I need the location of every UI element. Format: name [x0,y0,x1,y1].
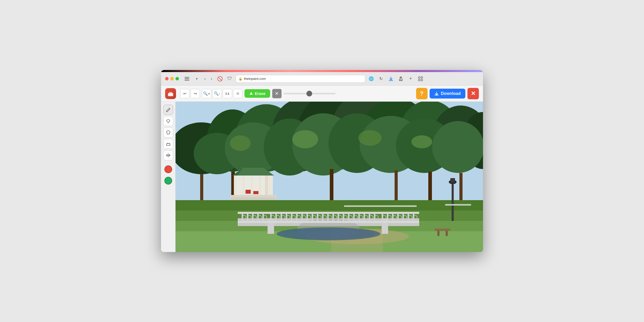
erase-button[interactable]: Erase [244,89,270,98]
lock-icon: 🔒 [239,77,242,81]
svg-rect-138 [344,205,417,207]
close-window-button[interactable] [165,77,169,80]
close-button[interactable]: ✕ [467,88,479,99]
svg-rect-59 [246,190,251,194]
svg-rect-55 [259,176,261,196]
svg-rect-39 [330,169,333,205]
canvas-area[interactable] [176,102,483,252]
app-toolbar: ↩ ↪ 🔍+ 🔍- 1:1 ⊙ Erase ✕ ? [161,86,483,102]
eraser-tool-button[interactable] [163,139,173,149]
cancel-label: ✕ [275,91,279,96]
download-label: Download [441,91,461,96]
minimize-window-button[interactable] [170,77,174,80]
svg-rect-0 [185,77,189,78]
svg-rect-65 [238,212,419,214]
svg-rect-4 [421,77,423,78]
app-logo [165,88,176,99]
green-color-button[interactable] [164,177,172,185]
tool-panel [161,102,176,252]
svg-rect-12 [166,144,170,145]
cancel-erase-button[interactable]: ✕ [272,89,282,98]
svg-marker-9 [250,92,253,95]
title-bar: ▼ ‹ › 🚫 🛡 🔒 theinpaint.com 🌐 ↻ + [161,72,483,86]
svg-point-32 [230,135,251,151]
address-bar[interactable]: 🔒 theinpaint.com [236,75,365,83]
zoom-fit-button[interactable]: ⊙ [233,89,242,98]
park-image [176,102,483,252]
share-button[interactable] [397,75,405,83]
traffic-lights [165,77,179,80]
zoom-in-button[interactable]: 🔍+ [202,89,211,98]
lasso-tool-button[interactable] [163,116,173,126]
svg-point-34 [358,130,382,146]
svg-marker-11 [166,130,170,134]
move-tool-button[interactable] [163,150,173,160]
erase-label: Erase [255,91,265,96]
back-button[interactable]: ‹ [203,75,207,82]
svg-rect-141 [437,231,439,236]
svg-rect-53 [242,176,244,196]
red-color-button[interactable] [164,165,172,173]
download-button[interactable]: Download [430,89,465,99]
tabs-button[interactable] [417,75,424,83]
svg-rect-66 [238,221,419,223]
svg-rect-135 [450,178,455,183]
blocked-icon: 🚫 [216,75,224,83]
svg-rect-8 [169,92,172,94]
svg-rect-2 [185,80,189,81]
shield-icon: 🛡 [226,75,234,83]
svg-rect-58 [231,198,275,200]
svg-rect-60 [253,191,258,194]
svg-rect-142 [446,231,448,236]
main-area [161,102,483,252]
svg-rect-56 [269,176,271,196]
svg-rect-133 [452,182,454,221]
svg-point-33 [292,130,318,148]
help-label: ? [420,90,423,97]
sidebar-toggle-button[interactable] [183,75,191,83]
svg-rect-52 [234,176,236,196]
dropdown-arrow-button[interactable]: ▼ [193,75,201,83]
url-text: theinpaint.com [244,77,266,81]
zoom-out-button[interactable]: 🔍- [212,89,222,98]
brush-size-control [284,93,335,94]
zoom-controls: 🔍+ 🔍- 1:1 ⊙ [202,89,242,98]
svg-point-137 [282,229,375,239]
redo-button[interactable]: ↪ [191,89,200,98]
undo-button[interactable]: ↩ [180,89,190,98]
refresh-button[interactable]: ↻ [377,75,385,83]
svg-rect-6 [421,79,423,81]
new-tab-button[interactable]: + [407,75,415,83]
browser-window: ▼ ‹ › 🚫 🛡 🔒 theinpaint.com 🌐 ↻ + [161,70,483,252]
brush-size-slider[interactable] [284,93,335,94]
pencil-tool-button[interactable] [163,105,173,115]
svg-point-10 [167,120,170,122]
translate-button[interactable]: 🌐 [367,75,375,83]
download-status-button[interactable] [387,75,395,83]
svg-rect-139 [445,204,471,206]
polygon-tool-button[interactable] [163,128,173,137]
svg-rect-5 [418,79,420,81]
zoom-actual-button[interactable]: 1:1 [223,89,232,98]
svg-point-31 [432,121,483,173]
svg-rect-1 [185,78,189,79]
svg-rect-40 [395,170,398,205]
svg-rect-140 [435,229,450,231]
history-controls: ↩ ↪ [180,89,200,98]
forward-button[interactable]: › [209,75,214,82]
svg-point-35 [411,135,432,148]
top-gradient-bar [161,70,483,72]
svg-rect-54 [251,176,253,196]
svg-rect-3 [418,77,420,78]
toolbar-right: ? Download ✕ [416,88,479,99]
help-button[interactable]: ? [416,88,428,99]
maximize-window-button[interactable] [176,77,179,80]
